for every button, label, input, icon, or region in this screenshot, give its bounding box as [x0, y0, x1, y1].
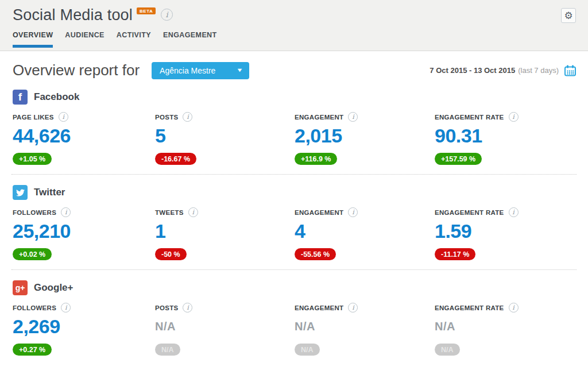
- metric-label: FOLLOWERS: [13, 209, 56, 216]
- metric-label: POSTS: [155, 304, 178, 311]
- calendar-icon[interactable]: [564, 65, 576, 76]
- date-range-block: 7 Oct 2015 - 13 Oct 2015 (last 7 days): [430, 65, 576, 76]
- metric-engagement: ENGAGEMENT i 2,015 +116.9 %: [295, 112, 435, 165]
- metric-value: 5: [155, 125, 295, 146]
- metric-page-likes: PAGE LIKES i 44,626 +1.05 %: [13, 112, 155, 165]
- facebook-icon: f: [13, 90, 28, 105]
- section-facebook: f Facebook PAGE LIKES i 44,626 +1.05 % P…: [0, 90, 588, 175]
- change-badge: N/A: [155, 344, 180, 356]
- metric-value: 1.59: [435, 221, 588, 241]
- section-divider: [11, 174, 577, 175]
- info-icon[interactable]: i: [509, 112, 519, 122]
- metric-value: 44,626: [13, 125, 155, 146]
- metric-engagement: ENGAGEMENT i N/A N/A: [295, 303, 435, 356]
- section-name: Facebook: [34, 91, 79, 103]
- section-header: f Facebook: [13, 90, 588, 105]
- metric-label: ENGAGEMENT: [295, 209, 343, 216]
- metric-value: N/A: [295, 316, 435, 337]
- metric-followers: FOLLOWERS i 2,269 +0.27 %: [13, 303, 155, 356]
- metric-tweets: TWEETS i 1 -50 %: [155, 207, 295, 260]
- section-divider: [11, 269, 577, 270]
- metric-followers: FOLLOWERS i 25,210 +0.02 %: [13, 207, 155, 260]
- metric-value: 4: [295, 221, 435, 241]
- info-icon[interactable]: i: [61, 207, 71, 217]
- metric-posts: POSTS i 5 -16.67 %: [155, 112, 295, 165]
- info-icon[interactable]: i: [509, 303, 519, 313]
- change-badge: N/A: [295, 344, 320, 356]
- date-range-label: 7 Oct 2015 - 13 Oct 2015: [430, 66, 515, 75]
- info-icon[interactable]: i: [348, 207, 358, 217]
- change-badge: -50 %: [155, 248, 187, 260]
- metric-label: ENGAGEMENT RATE: [435, 209, 504, 216]
- info-icon[interactable]: i: [183, 112, 192, 122]
- profile-selected-label: Agência Mestre: [160, 66, 215, 75]
- metric-value: N/A: [155, 316, 295, 337]
- info-icon[interactable]: i: [61, 303, 71, 313]
- metric-value: 2,269: [13, 316, 155, 337]
- metric-label: ENGAGEMENT RATE: [435, 304, 504, 311]
- metric-label: PAGE LIKES: [13, 114, 54, 121]
- change-badge: +157.59 %: [435, 153, 482, 165]
- tab-overview[interactable]: OVERVIEW: [13, 31, 53, 48]
- change-badge: -16.67 %: [155, 153, 196, 165]
- change-badge: N/A: [435, 344, 460, 356]
- report-heading: Overview report for: [13, 61, 140, 79]
- info-icon[interactable]: i: [188, 207, 198, 217]
- metric-label: ENGAGEMENT RATE: [435, 114, 504, 121]
- change-badge: +0.27 %: [13, 344, 52, 356]
- info-icon[interactable]: i: [59, 112, 68, 122]
- metric-posts: POSTS i N/A N/A: [155, 303, 295, 356]
- metric-engagement-rate: ENGAGEMENT RATE i 1.59 -11.17 %: [435, 207, 588, 260]
- metric-label: TWEETS: [155, 209, 184, 216]
- metric-engagement-rate: ENGAGEMENT RATE i 90.31 +157.59 %: [435, 112, 588, 165]
- section-header: g+ Google+: [13, 280, 588, 295]
- change-badge: -11.17 %: [435, 248, 475, 260]
- beta-badge: BETA: [137, 7, 156, 14]
- tab-engagement[interactable]: ENGAGEMENT: [163, 31, 217, 48]
- tab-activity[interactable]: ACTIVITY: [117, 31, 151, 48]
- section-header: Twitter: [13, 185, 588, 200]
- app-header: Social Media tool BETA i ⚙ OVERVIEW AUDI…: [0, 0, 588, 51]
- tab-bar: OVERVIEW AUDIENCE ACTIVITY ENGAGEMENT: [0, 31, 588, 48]
- section-googleplus: g+ Google+ FOLLOWERS i 2,269 +0.27 % POS…: [0, 280, 588, 356]
- change-badge: +0.02 %: [13, 248, 52, 260]
- metric-label: POSTS: [155, 114, 178, 121]
- report-header: Overview report for Agência Mestre ▼ 7 O…: [0, 51, 588, 79]
- metric-engagement: ENGAGEMENT i 4 -55.56 %: [295, 207, 435, 260]
- profile-selector-dropdown[interactable]: Agência Mestre ▼: [152, 62, 249, 79]
- title-row: Social Media tool BETA i: [0, 0, 588, 24]
- change-badge: +1.05 %: [13, 153, 52, 165]
- section-twitter: Twitter FOLLOWERS i 25,210 +0.02 % TWEET…: [0, 185, 588, 270]
- googleplus-icon: g+: [13, 280, 28, 295]
- metric-engagement-rate: ENGAGEMENT RATE i N/A N/A: [435, 303, 588, 356]
- metric-label: ENGAGEMENT: [295, 304, 343, 311]
- change-badge: +116.9 %: [295, 153, 337, 165]
- info-icon[interactable]: i: [348, 112, 358, 122]
- info-icon[interactable]: i: [348, 303, 358, 313]
- settings-button[interactable]: ⚙: [561, 8, 576, 23]
- section-name: Twitter: [34, 187, 65, 198]
- chevron-down-icon: ▼: [236, 68, 243, 73]
- metrics-row: FOLLOWERS i 25,210 +0.02 % TWEETS i 1 -5…: [0, 207, 588, 260]
- date-range-note: (last 7 days): [518, 66, 559, 75]
- metric-label: ENGAGEMENT: [295, 114, 343, 121]
- metric-value: 90.31: [435, 125, 588, 146]
- metrics-row: PAGE LIKES i 44,626 +1.05 % POSTS i 5 -1…: [0, 112, 588, 165]
- info-icon[interactable]: i: [509, 207, 519, 217]
- gear-icon: ⚙: [564, 11, 572, 21]
- metric-label: FOLLOWERS: [13, 304, 56, 311]
- info-icon[interactable]: i: [183, 303, 192, 313]
- metric-value: 25,210: [13, 221, 155, 241]
- metric-value: 1: [155, 221, 295, 241]
- tab-audience[interactable]: AUDIENCE: [65, 31, 104, 48]
- twitter-icon: [13, 185, 28, 200]
- metric-value: 2,015: [295, 125, 435, 146]
- change-badge: -55.56 %: [295, 248, 336, 260]
- info-icon[interactable]: i: [161, 9, 173, 21]
- metrics-row: FOLLOWERS i 2,269 +0.27 % POSTS i N/A N/…: [0, 303, 588, 356]
- metric-value: N/A: [435, 316, 588, 337]
- page-title: Social Media tool: [13, 6, 133, 24]
- section-name: Google+: [34, 282, 73, 294]
